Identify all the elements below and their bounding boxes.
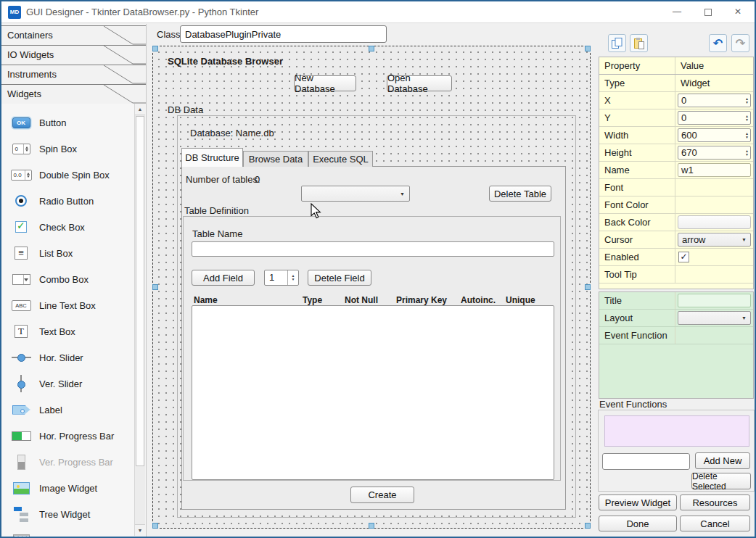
palette-item-combo-box[interactable]: Combo Box bbox=[1, 266, 135, 292]
resize-handle-bottom-right[interactable] bbox=[585, 523, 591, 529]
property-grid-header-property: Property bbox=[599, 57, 675, 74]
y-spinbox[interactable]: 0 ▲▼ bbox=[678, 111, 751, 125]
font-value[interactable] bbox=[675, 179, 753, 196]
add-new-button[interactable]: Add New bbox=[695, 452, 750, 469]
undo-button[interactable]: ↶ bbox=[709, 34, 727, 52]
palette-item-spin-box[interactable]: 0 Spin Box bbox=[1, 136, 135, 162]
resize-handle-top-middle[interactable] bbox=[369, 46, 374, 51]
resize-handle-top-right[interactable] bbox=[585, 46, 591, 51]
paste-button[interactable] bbox=[630, 34, 648, 52]
category-instruments[interactable]: Instruments bbox=[1, 65, 146, 84]
table-definition-groupbox: Table Name Add Field 1 ▲▼ Detele Field N… bbox=[183, 216, 561, 481]
tab-execute-sql[interactable]: Execute SQL bbox=[308, 151, 373, 167]
resize-handle-top-left[interactable] bbox=[152, 46, 158, 51]
undo-icon: ↶ bbox=[713, 38, 723, 49]
scroll-up-icon[interactable]: ▲ bbox=[135, 104, 145, 115]
category-containers[interactable]: Containers bbox=[1, 25, 146, 45]
fields-list-area[interactable] bbox=[192, 305, 554, 480]
palette-item-ver-progress-bar[interactable]: Ver. Progress Bar bbox=[1, 449, 135, 475]
redo-button[interactable]: ↷ bbox=[731, 34, 749, 52]
height-spinbox[interactable]: 670 ▲▼ bbox=[678, 146, 751, 160]
title-input[interactable] bbox=[678, 294, 751, 307]
font-color-value[interactable] bbox=[675, 196, 753, 213]
table-name-input[interactable] bbox=[192, 241, 554, 257]
copy-button[interactable] bbox=[608, 34, 626, 52]
palette-item-ver-slider[interactable]: Ver. Slider bbox=[1, 371, 135, 397]
enabled-checkbox[interactable]: ✓ bbox=[678, 252, 689, 262]
tables-combobox[interactable]: ▼ bbox=[301, 186, 410, 202]
resize-handle-bottom-middle[interactable] bbox=[369, 523, 374, 529]
resize-handle-middle-right[interactable] bbox=[585, 284, 591, 290]
palette-item-button[interactable]: OK Button bbox=[1, 109, 135, 136]
palette-item-text-box[interactable]: T Text Box bbox=[1, 318, 135, 344]
titlebar: MD GUI Designer - Tkinter DataBrowser.py… bbox=[1, 1, 755, 23]
property-row-x: X 0 ▲▼ bbox=[599, 92, 753, 109]
name-input[interactable]: w1 bbox=[678, 163, 751, 177]
property-grid: Property Value Type Widget X 0 ▲▼ Y 0 ▲▼… bbox=[599, 57, 754, 289]
palette-item-double-spin-box[interactable]: 0.0 Double Spin Box bbox=[1, 162, 135, 188]
delete-selected-button[interactable]: Delete Selected bbox=[691, 473, 751, 489]
column-header-autoinc: Autoinc. bbox=[461, 295, 496, 305]
palette-item-list-box[interactable]: ≡ List Box bbox=[1, 240, 135, 266]
add-field-button[interactable]: Add Field bbox=[192, 270, 255, 286]
open-database-button[interactable]: Open Database bbox=[387, 75, 452, 91]
maximize-icon bbox=[704, 9, 712, 16]
resources-button[interactable]: Resources bbox=[680, 494, 750, 510]
design-canvas[interactable]: SQLite Database Browser New Database Ope… bbox=[152, 46, 591, 529]
button-icon: OK bbox=[12, 117, 30, 128]
class-label: Class: bbox=[157, 29, 183, 40]
palette-item-line-text-box[interactable]: ABC Line Text Box bbox=[1, 292, 135, 318]
close-button[interactable]: ✕ bbox=[723, 1, 753, 22]
maximize-button[interactable] bbox=[693, 1, 723, 22]
class-input[interactable] bbox=[180, 25, 387, 43]
palette-item-label[interactable]: Label bbox=[1, 397, 135, 423]
preview-widget-button[interactable]: Preview Widget bbox=[599, 494, 677, 510]
back-color-button[interactable] bbox=[678, 215, 751, 229]
widget-list: OK Button 0 Spin Box 0.0 Double Spin Box… bbox=[1, 104, 135, 537]
palette-item-check-box[interactable]: Check Box bbox=[1, 214, 135, 240]
cancel-button[interactable]: Cancel bbox=[680, 516, 750, 531]
number-of-tables-value: 0 bbox=[255, 174, 260, 185]
minimize-button[interactable]: — bbox=[662, 1, 692, 22]
palette-item-hor-slider[interactable]: Hor. Slider bbox=[1, 344, 135, 371]
category-widgets[interactable]: Widgets bbox=[1, 84, 146, 104]
layout-property-grid: Title Layout ▼ Event Function bbox=[599, 291, 754, 399]
palette-item-tree-widget[interactable]: Tree Widget bbox=[1, 501, 135, 527]
event-functions-list[interactable] bbox=[604, 415, 749, 447]
field-count-spinbox[interactable]: 1 ▲▼ bbox=[264, 270, 299, 286]
width-spinbox[interactable]: 600 ▲▼ bbox=[678, 128, 751, 142]
category-tab-shape bbox=[104, 45, 146, 65]
column-header-type: Type bbox=[303, 295, 322, 305]
event-function-name-input[interactable] bbox=[602, 453, 690, 470]
category-io-widgets[interactable]: IO Widgets bbox=[1, 45, 146, 65]
property-row-cursor: Cursor arrow ▼ bbox=[599, 231, 753, 249]
done-button[interactable]: Done bbox=[599, 516, 677, 531]
tab-browse-data[interactable]: Browse Data bbox=[243, 151, 308, 167]
spin-down-icon: ▼ bbox=[745, 153, 749, 157]
property-row-tool-tip: Tool Tip bbox=[599, 266, 753, 284]
x-spinbox[interactable]: 0 ▲▼ bbox=[678, 94, 751, 107]
palette-scrollbar[interactable]: ▲ ▼ bbox=[134, 104, 145, 536]
layout-combobox[interactable]: ▼ bbox=[678, 311, 751, 325]
create-button[interactable]: Create bbox=[350, 487, 414, 503]
tab-db-structure[interactable]: DB Structure bbox=[181, 148, 243, 167]
palette-item-hor-progress-bar[interactable]: Hor. Progress Bar bbox=[1, 423, 135, 449]
table-definition-label: Table Definition bbox=[184, 205, 249, 216]
resize-handle-bottom-left[interactable] bbox=[152, 523, 158, 529]
delete-table-button[interactable]: Delete Table bbox=[489, 186, 551, 202]
scroll-down-icon[interactable]: ▼ bbox=[135, 524, 145, 536]
palette-item-table-widget[interactable]: Table Widget bbox=[1, 527, 135, 537]
property-row-enabled: Enabled ✓ bbox=[599, 249, 753, 266]
event-function-value[interactable] bbox=[675, 327, 753, 344]
tool-tip-value[interactable] bbox=[675, 266, 753, 283]
palette-item-radio-button[interactable]: Radio Button bbox=[1, 188, 135, 214]
spin-down-icon[interactable]: ▼ bbox=[292, 278, 295, 281]
resize-handle-middle-left[interactable] bbox=[152, 284, 158, 290]
new-database-button[interactable]: New Database bbox=[294, 75, 356, 91]
combobox-icon bbox=[12, 274, 30, 285]
scrollbar-thumb[interactable] bbox=[136, 116, 144, 466]
app-icon: MD bbox=[8, 6, 21, 19]
palette-item-image-widget[interactable]: Image Widget bbox=[1, 475, 135, 501]
cursor-combobox[interactable]: arrow ▼ bbox=[678, 233, 751, 247]
delete-field-button[interactable]: Detele Field bbox=[308, 270, 371, 286]
